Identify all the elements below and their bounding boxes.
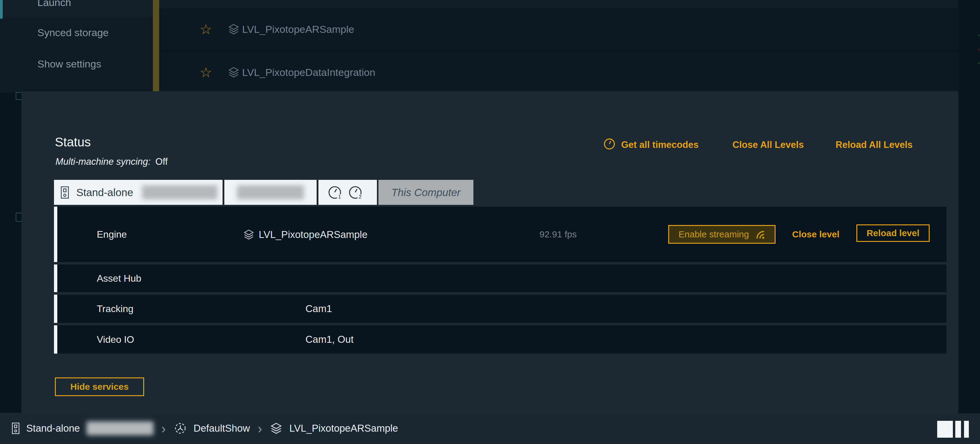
sidebar-item-synced-storage[interactable]: Synced storage [37,27,146,38]
chevron-right-icon: › [161,423,166,433]
row-accent-bar [54,325,57,354]
computer-icon [12,422,20,434]
close-all-levels-label: Close All Levels [732,140,804,150]
layers-icon [228,66,240,78]
status-speck [978,49,980,51]
engine-fps: 92.91 fps [539,229,576,239]
breadcrumb-bar: Stand-alone › DefaultShow › LVL_Pixotope… [0,413,980,444]
favorite-star-icon[interactable]: ☆ [200,22,212,36]
level-list-row[interactable]: ☆ LVL_PixotopeARSample [160,8,958,50]
breadcrumb-machine[interactable]: Stand-alone [26,423,80,434]
layout-toggle-main-icon[interactable] [937,421,953,438]
clock-1-digit: 1 [338,194,341,200]
chevron-right-icon: › [258,423,262,433]
row-accent-bar [54,295,57,323]
machine-segment[interactable]: Stand-alone [54,180,223,205]
service-name: Tracking [97,303,134,314]
breadcrumb: Stand-alone › DefaultShow › LVL_Pixotope… [12,413,398,444]
multi-machine-syncing: Multi-machine syncing:Off [56,156,168,167]
layout-toggle-bar-icon[interactable] [964,421,969,438]
redacted-machine-name [142,185,217,200]
syncing-value: Off [155,156,168,167]
level-list-row[interactable]: ☆ LVL_PixotopeDataIntegration [160,52,958,92]
sidebar: Launch Synced storage Show settings [0,0,153,92]
clock-1-icon[interactable]: 1 [327,185,342,200]
service-detail: Cam1 [305,303,332,314]
clock-2-icon[interactable]: 2 [347,185,363,200]
computer-icon [60,186,69,199]
level-name[interactable]: LVL_PixotopeDataIntegration [242,66,375,78]
service-name: Asset Hub [97,273,142,284]
syncing-label: Multi-machine syncing: [56,156,151,167]
engine-level: LVL_PixotopeARSample [243,228,368,240]
reload-level-button[interactable]: Reload level [856,224,930,242]
service-row-engine[interactable]: Engine LVL_PixotopeARSample 92.91 fps En… [54,207,947,262]
redacted-ip-address [237,185,304,200]
service-row-asset-hub[interactable]: Asset Hub [54,265,947,292]
reload-all-levels-button[interactable]: Reload All Levels [835,139,913,152]
panel-title: Status [55,135,91,149]
service-name: Video IO [97,334,134,345]
app-window: Launch Synced storage Show settings ☆ LV… [0,0,980,444]
breadcrumb-show[interactable]: DefaultShow [194,423,250,434]
clock-2-digit: 2 [358,194,361,200]
get-all-timecodes-label: Get all timecodes [621,140,698,150]
reload-all-levels-label: Reload All Levels [835,140,913,150]
sidebar-item-launch[interactable]: Launch [37,0,146,8]
show-globe-icon [174,422,187,435]
get-all-timecodes-button[interactable]: Get all timecodes [603,139,698,152]
level-list-header-strip [159,0,980,8]
status-speck [978,62,980,64]
redacted-machine-name [86,422,153,435]
right-edge-strip [958,0,980,413]
scrollbar[interactable] [153,0,159,94]
status-speck [978,35,980,36]
level-name[interactable]: LVL_PixotopeARSample [242,23,354,35]
row-accent-bar [54,265,57,292]
hide-services-label: Hide services [70,382,129,392]
layers-icon [228,23,240,35]
close-level-button[interactable]: Close level [792,229,840,239]
streaming-icon [755,230,765,240]
machine-mode-label: Stand-alone [76,186,133,198]
layers-icon [243,229,255,240]
favorite-star-icon[interactable]: ☆ [200,65,212,79]
reload-level-label: Reload level [867,228,920,238]
close-all-levels-button[interactable]: Close All Levels [732,139,804,152]
enable-streaming-label: Enable streaming [678,229,749,239]
service-name: Engine [97,229,127,240]
this-computer-tab[interactable]: This Computer [379,180,473,205]
scrim-notch [958,401,980,413]
status-panel: Status Get all timecodes Close All Level… [21,91,958,413]
service-row-video-io[interactable]: Video IO Cam1, Out [54,325,947,354]
service-detail: Cam1, Out [305,334,354,345]
this-computer-label: This Computer [379,186,473,198]
hide-services-button[interactable]: Hide services [55,377,144,396]
breadcrumb-level[interactable]: LVL_PixotopeARSample [289,423,398,434]
layers-icon [270,422,283,434]
enable-streaming-button[interactable]: Enable streaming [668,225,776,244]
engine-level-name: LVL_PixotopeARSample [259,229,368,240]
ip-segment[interactable] [224,180,317,205]
timecode-segment[interactable]: 1 2 [318,180,377,205]
layout-toggle-bar-icon[interactable] [955,421,961,438]
service-row-tracking[interactable]: Tracking Cam1 [54,295,947,323]
clock-icon [603,138,616,150]
row-accent-bar [54,207,57,262]
sidebar-item-show-settings[interactable]: Show settings [37,58,146,70]
sidebar-active-indicator [0,0,3,19]
